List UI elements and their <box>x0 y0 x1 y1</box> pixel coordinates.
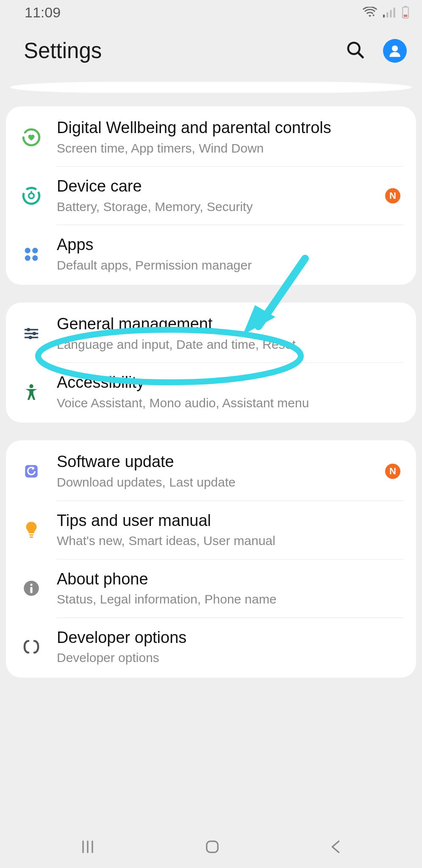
info-icon <box>19 579 44 597</box>
svg-rect-26 <box>29 534 33 536</box>
status-time: 11:09 <box>25 4 61 21</box>
apps-icon <box>19 245 44 264</box>
settings-group-2: General management Language and input, D… <box>6 303 416 423</box>
svg-point-29 <box>30 584 32 586</box>
account-button[interactable] <box>383 39 407 63</box>
previous-card-peek <box>10 82 412 93</box>
row-title: Accessibility <box>57 373 382 392</box>
recents-button[interactable] <box>78 837 97 856</box>
row-subtitle: What's new, Smart ideas, User manual <box>57 533 382 549</box>
svg-point-9 <box>392 45 398 51</box>
wellbeing-icon <box>19 127 44 148</box>
signal-icon <box>383 7 396 18</box>
navigation-bar <box>0 830 422 868</box>
svg-point-16 <box>25 255 31 261</box>
svg-rect-6 <box>404 14 407 17</box>
svg-rect-30 <box>30 587 32 593</box>
home-button[interactable] <box>203 837 222 856</box>
svg-rect-1 <box>386 12 388 17</box>
row-device-care[interactable]: Device care Battery, Storage, Memory, Se… <box>6 167 416 225</box>
svg-point-23 <box>29 336 32 339</box>
svg-rect-0 <box>383 14 385 17</box>
row-accessibility[interactable]: Accessibility Voice Assistant, Mono audi… <box>6 363 416 421</box>
row-subtitle: Default apps, Permission manager <box>57 257 382 273</box>
row-subtitle: Status, Legal information, Phone name <box>57 591 382 607</box>
row-tips[interactable]: Tips and user manual What's new, Smart i… <box>6 501 416 559</box>
svg-point-11 <box>21 185 42 206</box>
general-management-icon <box>19 324 44 343</box>
accessibility-icon <box>19 382 44 402</box>
developer-options-icon <box>19 637 44 657</box>
notification-badge: N <box>385 188 400 203</box>
software-update-icon <box>19 462 44 480</box>
row-about-phone[interactable]: About phone Status, Legal information, P… <box>6 559 416 618</box>
wifi-icon <box>363 7 377 18</box>
row-subtitle: Screen time, App timers, Wind Down <box>57 140 382 156</box>
search-button[interactable] <box>346 40 365 61</box>
svg-point-21 <box>33 332 36 335</box>
svg-line-8 <box>358 53 363 57</box>
settings-group-1: Digital Wellbeing and parental controls … <box>6 106 416 285</box>
settings-group-3: Software update Download updates, Last u… <box>6 440 416 677</box>
device-care-icon <box>19 185 44 206</box>
row-title: Tips and user manual <box>57 511 382 531</box>
svg-point-12 <box>29 193 34 198</box>
svg-rect-34 <box>207 841 218 852</box>
svg-rect-3 <box>394 8 395 17</box>
back-button[interactable] <box>328 837 344 856</box>
row-title: Apps <box>57 235 382 255</box>
row-title: About phone <box>57 570 382 589</box>
status-bar: 11:09 <box>0 0 422 25</box>
svg-point-19 <box>27 328 30 331</box>
row-subtitle: Voice Assistant, Mono audio, Assistant m… <box>57 395 382 411</box>
svg-rect-27 <box>30 537 33 538</box>
row-digital-wellbeing[interactable]: Digital Wellbeing and parental controls … <box>6 108 416 166</box>
row-title: Software update <box>57 452 382 472</box>
battery-icon <box>402 6 409 19</box>
row-software-update[interactable]: Software update Download updates, Last u… <box>6 442 416 500</box>
status-icons <box>363 6 409 19</box>
row-apps[interactable]: Apps Default apps, Permission manager <box>6 225 416 283</box>
svg-point-17 <box>32 255 38 261</box>
svg-point-15 <box>32 248 38 253</box>
svg-rect-2 <box>390 10 391 18</box>
svg-point-14 <box>25 248 31 253</box>
row-subtitle: Developer options <box>57 650 382 666</box>
notification-badge: N <box>385 464 400 479</box>
app-header: Settings <box>0 25 422 82</box>
page-title: Settings <box>24 38 102 63</box>
tips-icon <box>19 520 44 540</box>
row-title: Digital Wellbeing and parental controls <box>57 118 382 138</box>
row-subtitle: Language and input, Date and time, Reset <box>57 337 382 353</box>
row-subtitle: Download updates, Last update <box>57 474 382 490</box>
svg-point-24 <box>29 384 33 388</box>
row-title: Device care <box>57 177 382 196</box>
row-title: General management <box>57 314 382 334</box>
row-subtitle: Battery, Storage, Memory, Security <box>57 199 382 215</box>
row-developer-options[interactable]: Developer options Developer options <box>6 618 416 676</box>
row-title: Developer options <box>57 628 382 648</box>
row-general-management[interactable]: General management Language and input, D… <box>6 304 416 362</box>
